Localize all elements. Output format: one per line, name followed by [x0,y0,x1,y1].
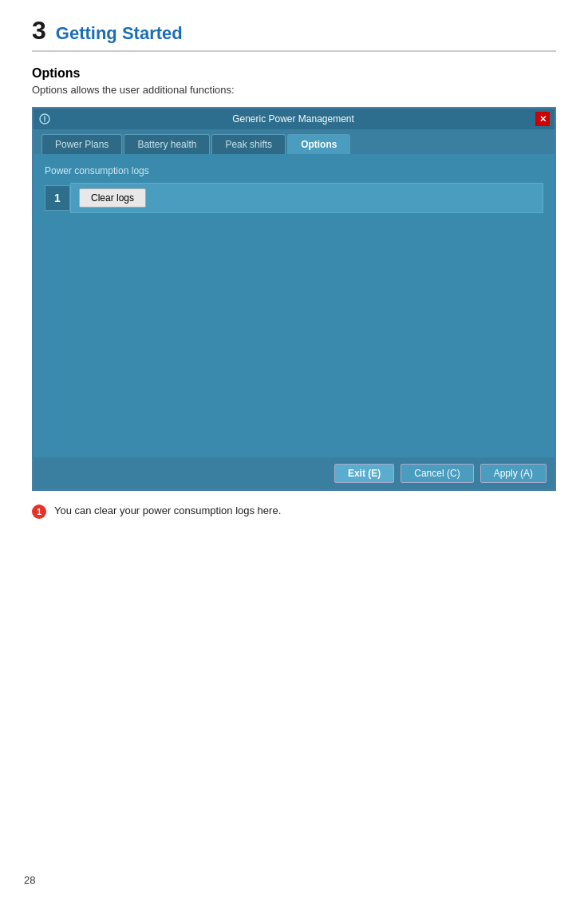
chapter-title: Getting Started [56,23,183,44]
tab-options[interactable]: Options [287,134,350,154]
window-close-button[interactable]: ✕ [535,112,550,126]
page-content: 3 Getting Started Options Options allows… [0,0,588,557]
clear-logs-button[interactable]: Clear logs [79,188,146,208]
chapter-heading: 3 Getting Started [32,16,556,52]
tab-peak-shifts[interactable]: Peak shifts [211,134,286,154]
window-footer: Exit (E) Cancel (C) Apply (A) [34,457,554,489]
page-number: 28 [24,874,35,886]
logs-section-label: Power consumption logs [45,165,543,176]
exit-button[interactable]: Exit (E) [334,464,394,483]
tab-power-plans[interactable]: Power Plans [41,134,122,154]
tab-battery-health[interactable]: Battery health [124,134,210,154]
numbered-row-1: 1 Clear logs [45,183,543,213]
window-title: Generic Power Management [51,113,535,125]
callout-list: 1 You can clear your power consumption l… [32,504,556,519]
apply-button[interactable]: Apply (A) [480,464,547,483]
cancel-button[interactable]: Cancel (C) [401,464,473,483]
row-number-1: 1 [45,185,70,211]
window-icon [38,113,51,125]
callout-badge-1: 1 [32,504,46,519]
application-window: Generic Power Management ✕ Power Plans B… [32,107,556,491]
callout-text-1: You can clear your power consumption log… [54,504,281,518]
row-content-1: Clear logs [70,183,543,213]
chapter-number: 3 [32,16,46,45]
window-titlebar: Generic Power Management ✕ [34,109,554,129]
window-content: Power consumption logs 1 Clear logs [34,154,554,457]
callout-item-1: 1 You can clear your power consumption l… [32,504,556,519]
section-subtitle: Options allows the user additional funct… [32,84,556,96]
section-title: Options [32,66,556,81]
tab-bar: Power Plans Battery health Peak shifts O… [34,129,554,154]
